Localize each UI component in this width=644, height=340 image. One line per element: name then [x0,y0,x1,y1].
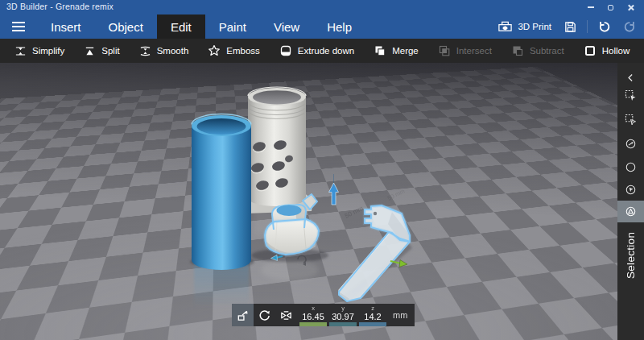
cursor-select-mode-button[interactable] [617,179,644,201]
undo-icon [597,20,611,34]
y-dimension-field[interactable]: y 30.97 [329,304,357,326]
extrude-down-label: Extrude down [298,46,354,56]
move-up-handle[interactable] [329,174,339,205]
redo-button[interactable] [621,19,639,35]
y-axis-label: y [341,305,345,312]
floor-measurement-label: 50 mm [386,187,407,201]
minimize-button[interactable] [580,0,601,15]
3d-scene: 50 mm 50 mm [0,63,617,340]
subtract-button[interactable]: Subtract [502,39,574,63]
select-none-button[interactable] [617,109,644,131]
toolbar-divider [587,20,588,33]
menu-object[interactable]: Object [95,15,157,39]
circle-cursor-icon [625,184,637,196]
menu-paint[interactable]: Paint [205,15,260,39]
close-icon [627,4,634,11]
active-selection-mode-button[interactable] [617,201,644,222]
intersect-icon [438,44,451,57]
hollow-label: Hollow [602,46,630,56]
simplify-label: Simplify [32,46,64,56]
menu-help[interactable]: Help [313,15,365,39]
save-icon [564,20,577,34]
menu-items: Insert Object Edit Paint View Help [37,15,365,39]
invert-selection-button[interactable] [617,133,644,155]
z-dimension-value: 14.2 [364,312,381,321]
scale-tool-icon [279,309,293,322]
x-dimension-value: 16.45 [302,312,324,321]
move-tool-button[interactable] [232,304,254,326]
smooth-label: Smooth [157,46,189,56]
rotate-tool-button[interactable] [254,304,275,326]
simplify-button[interactable]: Simplify [5,39,74,63]
menubar-right-actions: 3D Print [495,15,639,39]
split-label: Split [101,46,119,56]
maximize-icon [608,5,613,10]
selection-panel-label[interactable]: Selection [617,222,644,288]
extrude-down-button[interactable]: Extrude down [270,39,364,63]
3d-viewport[interactable]: 50 mm 50 mm [0,63,644,340]
subtract-icon [511,44,524,57]
menu-edit[interactable]: Edit [157,15,205,39]
merge-icon [374,44,386,57]
emboss-icon [208,44,221,57]
emboss-button[interactable]: Emboss [198,39,270,63]
3d-print-icon [497,20,513,33]
menubar: Insert Object Edit Paint View Help 3D Pr… [0,15,644,39]
titlebar: 3D Builder - Grenade remix [0,0,644,15]
window-controls [580,0,641,15]
blue-cylinder-object[interactable] [192,114,251,270]
intersect-label: Intersect [456,46,492,56]
marquee-deselect-icon [625,114,637,126]
circle-icon [625,161,637,173]
circle-triangle-icon [625,205,637,218]
close-button[interactable] [621,0,641,15]
hamburger-menu-button[interactable] [0,15,37,39]
window-title: 3D Builder - Grenade remix [6,2,114,11]
z-axis-label: z [371,305,374,312]
chevron-left-icon [625,73,636,83]
move-tool-icon [236,309,250,322]
z-accent-underline [359,322,386,326]
edit-toolbar: Simplify Split Smooth Emboss [0,39,644,63]
circle-arrow-icon [625,138,637,150]
extrude-down-icon [279,44,292,57]
y-dimension-value: 30.97 [332,312,354,321]
y-accent-underline [329,322,357,326]
x-accent-underline [299,322,327,326]
merge-button[interactable]: Merge [364,39,428,63]
merge-label: Merge [392,46,419,56]
z-dimension-field[interactable]: z 14.2 [359,304,386,326]
smooth-icon [139,45,151,57]
intersect-button[interactable]: Intersect [428,39,502,63]
3d-print-label: 3D Print [518,22,551,31]
hollow-icon [584,44,597,57]
subtract-label: Subtract [530,46,564,56]
menu-view[interactable]: View [260,15,313,39]
x-dimension-field[interactable]: x 16.45 [299,304,327,326]
3d-builder-window: 3D Builder - Grenade remix Insert Object… [0,0,644,340]
selection-mode-circle-button[interactable] [617,156,644,178]
save-button[interactable] [561,19,580,35]
select-all-button[interactable] [617,85,644,106]
rotate-tool-icon [258,309,271,322]
transform-bar: x 16.45 y 30.97 z 14.2 mm [232,304,415,326]
simplify-icon [14,45,27,57]
grenade-lever-object[interactable] [339,205,410,301]
3d-print-button[interactable]: 3D Print [495,19,554,35]
hollow-button[interactable]: Hollow [574,39,640,63]
scale-tool-button[interactable] [275,304,297,326]
floor-measurement-label: 50 mm [344,205,365,220]
split-icon [84,45,96,57]
menu-insert[interactable]: Insert [37,15,95,39]
x-axis-label: x [312,305,315,312]
undo-button[interactable] [595,19,613,35]
split-button[interactable]: Split [74,39,129,63]
selection-sidebar: Selection [617,63,644,340]
smooth-button[interactable]: Smooth [130,39,199,63]
maximize-button[interactable] [601,0,621,15]
marquee-select-icon [625,89,637,102]
redo-icon [623,20,637,34]
perforated-cylinder-object[interactable] [244,87,313,214]
emboss-label: Emboss [226,46,260,56]
unit-label: mm [386,304,415,326]
